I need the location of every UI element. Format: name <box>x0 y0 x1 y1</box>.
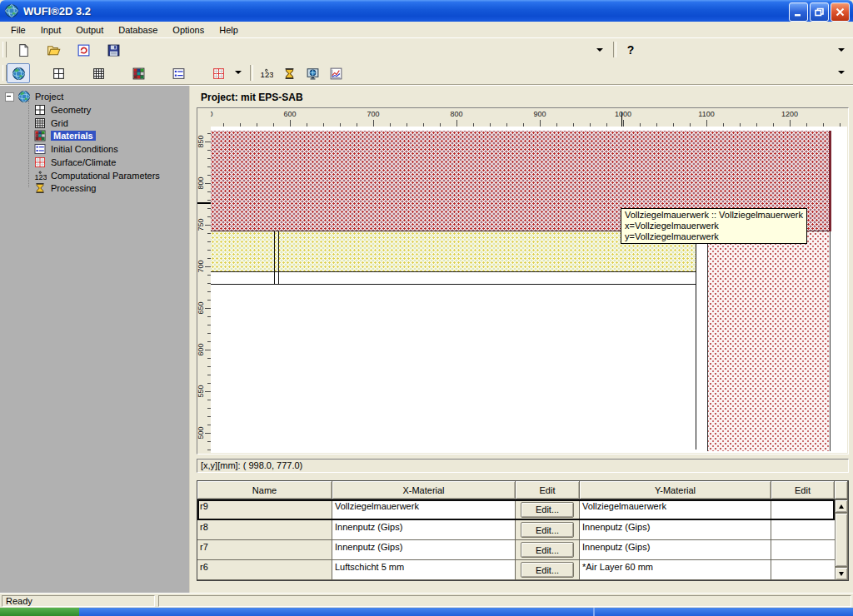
tree-item-geometry[interactable]: Geometry <box>33 103 91 117</box>
materials-grid-button[interactable] <box>127 63 150 83</box>
tree-item-label: Geometry <box>51 105 91 115</box>
toolbar-overflow-arrow[interactable] <box>838 71 845 74</box>
toolbar-separator <box>250 65 253 81</box>
table-row-r8[interactable]: r8Innenputz (Gips)Edit...Innenputz (Gips… <box>197 520 835 540</box>
tree-item-grid[interactable]: Grid <box>33 117 68 130</box>
menu-help[interactable]: Help <box>212 23 246 37</box>
tree-item-project[interactable]: Project <box>5 90 63 103</box>
ruler-x-label: 500 <box>211 110 213 118</box>
x-edit-cell: Edit... <box>516 499 580 520</box>
materials-table: NameX-MaterialEditY-MaterialEditr9Vollzi… <box>197 480 849 581</box>
menu-output[interactable]: Output <box>68 23 111 37</box>
chart-icon <box>329 67 343 81</box>
reload-project-button[interactable] <box>72 40 95 60</box>
tree-item-surface-climate[interactable]: Surface/Climate <box>33 156 116 169</box>
tree-item-label: Computational Parameters <box>51 171 160 181</box>
menu-options[interactable]: Options <box>165 23 212 37</box>
tree-item-initial-conditions[interactable]: Initial Conditions <box>33 142 118 156</box>
y-material-cell: Innenputz (Gips) <box>580 520 771 540</box>
start-button-edge[interactable] <box>0 608 79 616</box>
surface-climate-button[interactable] <box>207 63 230 83</box>
column-header-stub <box>835 481 848 499</box>
x-material-cell: Vollziegelmauerwerk <box>332 499 516 520</box>
restore-button[interactable] <box>810 2 829 22</box>
y-edit-cell <box>771 499 835 520</box>
new-document-button[interactable] <box>12 40 35 60</box>
tree-item-label: Grid <box>51 118 68 128</box>
tooltip-line-2: x=Vollziegelmauerwerk <box>625 221 803 231</box>
y-edit-cell <box>771 560 835 580</box>
row-name-cell: r9 <box>197 499 332 520</box>
fine-grid-button[interactable] <box>87 63 110 83</box>
y-material-cell: *Air Layer 60 mm <box>580 560 771 580</box>
tree-item-materials[interactable]: Materials <box>33 129 96 142</box>
panel-splitter[interactable] <box>189 86 192 593</box>
chart-button[interactable] <box>325 63 347 83</box>
vertical-ruler: 850800750700650600550500 <box>197 127 211 453</box>
scrollbar-thumb[interactable] <box>835 513 848 567</box>
coords-readout: [x,y][mm]: ( 998.0, 777.0) <box>197 459 849 473</box>
menu-database[interactable]: Database <box>111 23 165 37</box>
menu-input[interactable]: Input <box>33 23 68 37</box>
table-row-r9[interactable]: r9VollziegelmauerwerkEdit...Vollziegelma… <box>197 499 835 520</box>
close-button[interactable] <box>831 2 850 22</box>
column-header-y-material[interactable]: Y-Material <box>580 481 771 499</box>
reload-project-icon <box>77 43 91 57</box>
help-button[interactable]: ? <box>620 40 641 60</box>
ruler-x-label: 1100 <box>698 110 714 118</box>
x-edit-cell: Edit... <box>516 560 580 580</box>
edit-x-material-button[interactable]: Edit... <box>521 542 574 558</box>
numbers-123-button[interactable]: 123 <box>255 63 277 83</box>
y-edit-cell <box>771 520 835 540</box>
tree-item-processing[interactable]: Processing <box>33 181 96 195</box>
globe-button[interactable] <box>7 63 30 83</box>
tree-expander-minus[interactable] <box>5 92 14 102</box>
edit-x-material-button[interactable]: Edit... <box>521 562 574 578</box>
table-row-r7[interactable]: r7Innenputz (Gips)Edit...Innenputz (Gips… <box>197 540 835 560</box>
column-header-x-material[interactable]: X-Material <box>332 481 516 499</box>
column-header-edit[interactable]: Edit <box>771 481 835 499</box>
fine-grid-icon <box>33 117 47 130</box>
table-row-r6[interactable]: r6Luftschicht 5 mmEdit...*Air Layer 60 m… <box>197 560 835 580</box>
table-scrollbar[interactable] <box>835 499 848 580</box>
edit-x-material-button[interactable]: Edit... <box>521 502 574 518</box>
tree-item-label: Materials <box>51 131 96 141</box>
open-folder-button[interactable] <box>42 40 65 60</box>
tooltip-line-1: Vollziegelmauerwerk :: Vollziegelmauerwe… <box>625 210 803 221</box>
drawing-area[interactable]: Vollziegelmauerwerk :: Vollziegelmauerwe… <box>211 127 847 453</box>
toolbar-separator <box>613 42 616 57</box>
toolbar-overflow-arrow[interactable] <box>838 48 845 52</box>
new-document-icon <box>17 43 31 57</box>
ruler-y-label: 700 <box>197 254 205 279</box>
x-material-cell: Innenputz (Gips) <box>332 540 516 560</box>
toolbar-overflow-arrow[interactable] <box>235 71 242 74</box>
scrollbar-up-button[interactable] <box>835 499 848 513</box>
status-secondary <box>158 595 851 607</box>
hourglass-icon <box>282 67 297 81</box>
results-globe-button[interactable] <box>302 63 324 83</box>
menu-file[interactable]: File <box>3 23 33 37</box>
geometry-grid-button[interactable] <box>47 63 70 83</box>
column-header-name[interactable]: Name <box>197 481 332 499</box>
ruler-x-label: 1000 <box>615 110 631 118</box>
ruler-x-label: 600 <box>283 110 296 118</box>
toolbar-standard: ? <box>0 37 853 62</box>
initial-conditions-button[interactable] <box>167 63 190 83</box>
material-tooltip: Vollziegelmauerwerk :: Vollziegelmauerwe… <box>621 208 807 244</box>
edit-x-material-button[interactable]: Edit... <box>521 522 574 538</box>
hourglass-button[interactable] <box>278 63 301 83</box>
scrollbar-down-button[interactable] <box>835 567 848 580</box>
save-button[interactable] <box>102 40 125 60</box>
x-edit-cell: Edit... <box>516 540 580 560</box>
toolbar-overflow-arrow[interactable] <box>596 48 603 52</box>
side-masonry-region[interactable] <box>707 231 831 451</box>
layer-boundary-line <box>211 284 696 285</box>
minimize-button[interactable] <box>789 2 808 22</box>
tree-item-computational-parameters[interactable]: 123Computational Parameters <box>33 169 160 182</box>
toolbar-navigation: 123 <box>0 62 853 84</box>
ruler-x-label: 800 <box>450 110 462 118</box>
toolbar-grip[interactable] <box>2 42 7 57</box>
tree-item-label: Initial Conditions <box>51 144 118 154</box>
svg-text:123: 123 <box>35 172 47 181</box>
column-header-edit[interactable]: Edit <box>516 481 580 499</box>
